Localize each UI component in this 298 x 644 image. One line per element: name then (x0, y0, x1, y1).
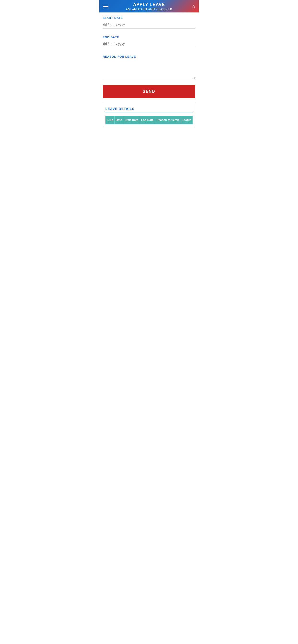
reason-field-wrapper: ⊿ (103, 60, 195, 80)
page-title: APPLY LEAVE (126, 2, 172, 7)
header: APPLY LEAVE AMLANI HARIT AMIT CLASS-1 B … (99, 0, 199, 12)
leave-details-card: LEAVE DETAILS S.No Date Start Date End D… (103, 103, 195, 127)
start-date-input[interactable] (103, 21, 195, 28)
col-reason: Reason for leave (155, 116, 181, 124)
reason-label: REASON FOR LEAVE (103, 55, 195, 58)
send-button[interactable]: SEND (103, 85, 195, 98)
header-center: APPLY LEAVE AMLANI HARIT AMIT CLASS-1 B (126, 2, 172, 11)
end-date-label: END DATE (103, 36, 195, 39)
leave-details-title: LEAVE DETAILS (105, 107, 193, 113)
menu-icon[interactable] (103, 5, 108, 8)
student-info: AMLANI HARIT AMIT CLASS-1 B (126, 8, 172, 11)
col-start-date: Start Date (123, 116, 140, 124)
home-icon[interactable]: ⌂ (192, 3, 195, 10)
leave-form: START DATE END DATE REASON FOR LEAVE ⊿ (99, 12, 199, 80)
start-date-label: START DATE (103, 16, 195, 20)
leave-details-table: S.No Date Start Date End Date Reason for… (105, 116, 193, 124)
col-sno: S.No (106, 116, 115, 124)
col-date: Date (114, 116, 123, 124)
table-header-row: S.No Date Start Date End Date Reason for… (106, 116, 193, 124)
reason-textarea[interactable] (103, 60, 195, 79)
start-date-group: START DATE (103, 16, 195, 32)
end-date-group: END DATE (103, 36, 195, 52)
col-status: Status (181, 116, 193, 124)
reason-group: REASON FOR LEAVE ⊿ (103, 55, 195, 80)
end-date-input[interactable] (103, 40, 195, 48)
resize-handle-icon: ⊿ (192, 76, 195, 80)
col-end-date: End Date (140, 116, 155, 124)
